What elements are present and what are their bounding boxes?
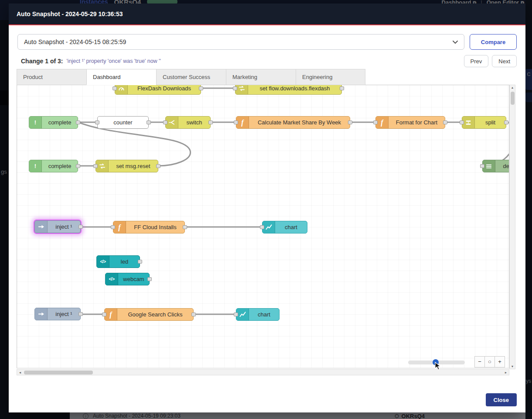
output-port[interactable] xyxy=(208,120,213,124)
flow-canvas[interactable]: FlexDash Downloadsset flow.downloads.fle… xyxy=(17,85,509,368)
node-label: inject ¹ xyxy=(48,223,80,230)
flow-node-chart[interactable]: chart xyxy=(262,221,307,234)
flow-node-counter[interactable]: counter xyxy=(97,116,149,129)
function-icon: f xyxy=(113,221,126,233)
node-label: FF Cloud Installs xyxy=(126,224,184,230)
input-port[interactable] xyxy=(93,164,98,168)
tab-bar: ProductDashboardCustomer SuccessMarketin… xyxy=(17,69,365,85)
input-port[interactable] xyxy=(102,313,106,316)
input-port[interactable] xyxy=(111,225,115,229)
output-port[interactable] xyxy=(504,120,508,124)
close-button[interactable]: Close xyxy=(486,393,517,406)
flow-node-format-for-chart[interactable]: fFormat for Chart xyxy=(375,116,445,129)
output-port[interactable] xyxy=(138,260,142,264)
wire xyxy=(78,122,191,166)
input-port[interactable] xyxy=(95,120,99,124)
horizontal-scrollbar[interactable]: ◄ ► xyxy=(17,369,509,375)
modal-title: Auto Snapshot - 2024-05-29 10:36:53 xyxy=(17,10,123,17)
flow-node-chart[interactable]: chart xyxy=(236,308,280,321)
flow-node-switch[interactable]: switch xyxy=(165,116,211,129)
flow-node-webcam[interactable]: </>webcam xyxy=(105,273,150,285)
input-port[interactable] xyxy=(234,313,238,316)
snapshot-compare-modal: Auto Snapshot - 2024-05-29 10:36:53 Auto… xyxy=(9,3,525,412)
change-icon xyxy=(235,85,248,94)
input-port[interactable] xyxy=(233,86,237,90)
output-port[interactable] xyxy=(78,312,83,316)
node-label: split xyxy=(475,119,506,126)
flow-node-calculate-market-share-by-week[interactable]: fCalculate Market Share By Week xyxy=(236,116,350,129)
function-icon: f xyxy=(376,117,389,128)
flow-node-debu[interactable]: debu xyxy=(482,160,509,172)
flow-node-led[interactable]: </>led xyxy=(96,255,140,268)
scroll-up-arrow[interactable]: ▲ xyxy=(510,86,515,89)
output-port[interactable] xyxy=(147,120,151,124)
output-port[interactable] xyxy=(443,120,447,124)
flow-node-inject[interactable]: inject ¹ xyxy=(34,220,81,233)
next-button[interactable]: Next xyxy=(492,55,517,67)
tab-product[interactable]: Product xyxy=(17,69,86,85)
vertical-scroll-thumb[interactable] xyxy=(511,92,515,105)
zoom-slider-track[interactable] xyxy=(408,361,465,364)
zoom-slider-knob[interactable] xyxy=(433,359,439,365)
chevron-down-icon xyxy=(453,38,458,45)
input-port[interactable] xyxy=(163,120,167,124)
scroll-right-arrow[interactable]: ► xyxy=(503,371,509,374)
flow-node-ff-cloud-installs[interactable]: fFF Cloud Installs xyxy=(113,221,185,234)
input-port[interactable] xyxy=(234,120,238,124)
split-icon xyxy=(462,117,475,128)
snapshot-select-value: Auto Snapshot - 2024-05-15 08:25:59 xyxy=(24,38,453,45)
flow-node-set-flow-downloads-flexdash[interactable]: set flow.downloads.flexdash xyxy=(235,85,342,95)
input-port[interactable] xyxy=(480,164,484,168)
flow-node-split[interactable]: split xyxy=(462,116,506,129)
snapshot-select[interactable]: Auto Snapshot - 2024-05-15 08:25:59 xyxy=(17,34,464,50)
flow-node-google-search-clicks[interactable]: fGoogle Search Clicks xyxy=(104,308,194,321)
output-port[interactable] xyxy=(76,120,80,124)
flow-canvas-wrap: FlexDash Downloadsset flow.downloads.fle… xyxy=(17,85,509,368)
tab-dashboard[interactable]: Dashboard xyxy=(86,69,156,85)
zoom-out-button[interactable]: − xyxy=(474,356,485,367)
node-label: chart xyxy=(275,224,307,230)
compare-button[interactable]: Compare xyxy=(470,34,517,50)
horizontal-scroll-thumb[interactable] xyxy=(24,371,93,374)
input-port[interactable] xyxy=(460,120,464,124)
switch-icon xyxy=(166,117,178,128)
inject-icon xyxy=(35,308,48,320)
flow-node-complete[interactable]: !complete xyxy=(29,116,78,129)
node-label: complete xyxy=(42,119,78,126)
output-port[interactable] xyxy=(191,313,196,316)
zoom-in-button[interactable]: + xyxy=(494,356,505,367)
tab-engineering[interactable]: Engineering xyxy=(296,69,365,85)
node-label: set flow.downloads.flexdash xyxy=(248,85,341,92)
scroll-down-arrow[interactable]: ▼ xyxy=(510,365,515,368)
node-label: webcam xyxy=(118,276,149,282)
node-label: inject ¹ xyxy=(48,311,80,317)
input-port[interactable] xyxy=(373,120,378,124)
function-icon: f xyxy=(236,117,249,128)
output-port[interactable] xyxy=(156,164,160,168)
flow-node-complete[interactable]: !complete xyxy=(29,160,78,172)
tab-marketing[interactable]: Marketing xyxy=(226,69,296,85)
output-port[interactable] xyxy=(340,86,344,90)
function-icon: f xyxy=(105,309,117,320)
output-port[interactable] xyxy=(348,120,352,124)
output-port[interactable] xyxy=(78,225,83,229)
output-port[interactable] xyxy=(183,225,187,229)
flow-node-flexdash-downloads[interactable]: FlexDash Downloads xyxy=(115,85,201,95)
tab-customer-success[interactable]: Customer Success xyxy=(156,69,226,85)
prev-button[interactable]: Prev xyxy=(464,55,489,67)
node-label: Format for Chart xyxy=(389,119,445,126)
flow-node-set-msg-reset[interactable]: set msg.reset xyxy=(95,160,158,172)
exclaim-icon: ! xyxy=(29,160,42,172)
flow-node-inject[interactable]: inject ¹ xyxy=(34,308,81,320)
chart-icon xyxy=(263,221,275,233)
scroll-left-arrow[interactable]: ◄ xyxy=(17,371,23,374)
input-port[interactable] xyxy=(113,86,117,90)
change-icon xyxy=(96,160,109,172)
output-port[interactable] xyxy=(147,277,152,281)
input-port[interactable] xyxy=(260,225,264,229)
output-port[interactable] xyxy=(199,86,203,90)
zoom-reset-button[interactable]: ○ xyxy=(484,356,495,367)
code-icon: </> xyxy=(106,273,118,285)
vertical-scrollbar[interactable]: ▲ ▼ xyxy=(509,85,515,369)
output-port[interactable] xyxy=(76,164,80,168)
